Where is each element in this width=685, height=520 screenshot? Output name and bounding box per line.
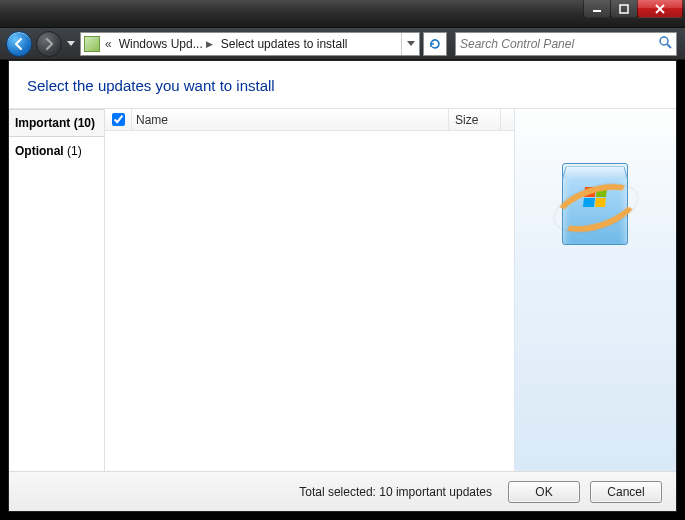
category-pane: Important (10) Optional (1) (9, 109, 105, 471)
breadcrumb[interactable]: « Windows Upd... ▶ Select updates to ins… (80, 32, 420, 56)
footer: Total selected: 10 important updates OK … (9, 471, 676, 511)
navigation-bar: « Windows Upd... ▶ Select updates to ins… (0, 28, 685, 60)
breadcrumb-history-dropdown[interactable] (401, 33, 419, 55)
breadcrumb-label: Windows Upd... (119, 37, 203, 51)
nav-history-dropdown[interactable] (66, 34, 76, 54)
breadcrumb-overflow[interactable]: « (102, 37, 115, 51)
search-box[interactable] (455, 32, 677, 56)
cancel-button[interactable]: Cancel (590, 481, 662, 503)
caption-buttons (584, 0, 683, 18)
page-title: Select the updates you want to install (9, 61, 676, 108)
chevron-right-icon: ▶ (206, 39, 213, 49)
select-all-checkbox[interactable] (112, 113, 125, 126)
selection-status: Total selected: 10 important updates (299, 485, 492, 499)
column-label: Name (136, 113, 168, 127)
svg-rect-0 (593, 10, 601, 12)
column-header-name[interactable]: Name (131, 109, 448, 130)
select-all-column[interactable] (105, 113, 131, 126)
titlebar[interactable] (0, 0, 685, 28)
list-body[interactable] (105, 131, 514, 471)
svg-line-3 (667, 44, 671, 48)
column-header-size[interactable]: Size (448, 109, 500, 130)
list-header: Name Size (105, 109, 514, 131)
control-panel-icon (84, 36, 100, 52)
maximize-button[interactable] (610, 0, 638, 18)
column-header-spacer (500, 109, 514, 130)
breadcrumb-seg-select-updates[interactable]: Select updates to install (217, 33, 352, 55)
update-list: Name Size (105, 109, 514, 471)
column-label: Size (455, 113, 478, 127)
content-area: Select the updates you want to install I… (8, 60, 677, 512)
columns: Important (10) Optional (1) Name (9, 108, 676, 471)
search-input[interactable] (460, 37, 658, 51)
svg-point-2 (660, 37, 668, 45)
category-label: Optional (15, 144, 64, 158)
category-optional[interactable]: Optional (1) (9, 137, 104, 165)
window-frame: « Windows Upd... ▶ Select updates to ins… (0, 0, 685, 520)
category-count: (10) (74, 116, 95, 130)
category-count: (1) (67, 144, 82, 158)
category-important[interactable]: Important (10) (9, 109, 104, 137)
breadcrumb-label: Select updates to install (221, 37, 348, 51)
svg-rect-1 (620, 5, 628, 13)
minimize-button[interactable] (583, 0, 611, 18)
back-button[interactable] (6, 31, 32, 57)
category-label: Important (15, 116, 70, 130)
details-pane (514, 109, 676, 471)
search-icon[interactable] (658, 35, 672, 53)
refresh-button[interactable] (423, 32, 447, 56)
breadcrumb-seg-windows-update[interactable]: Windows Upd... ▶ (115, 33, 217, 55)
close-button[interactable] (637, 0, 683, 18)
windows-update-icon (550, 153, 642, 253)
ok-button[interactable]: OK (508, 481, 580, 503)
forward-button[interactable] (36, 31, 62, 57)
